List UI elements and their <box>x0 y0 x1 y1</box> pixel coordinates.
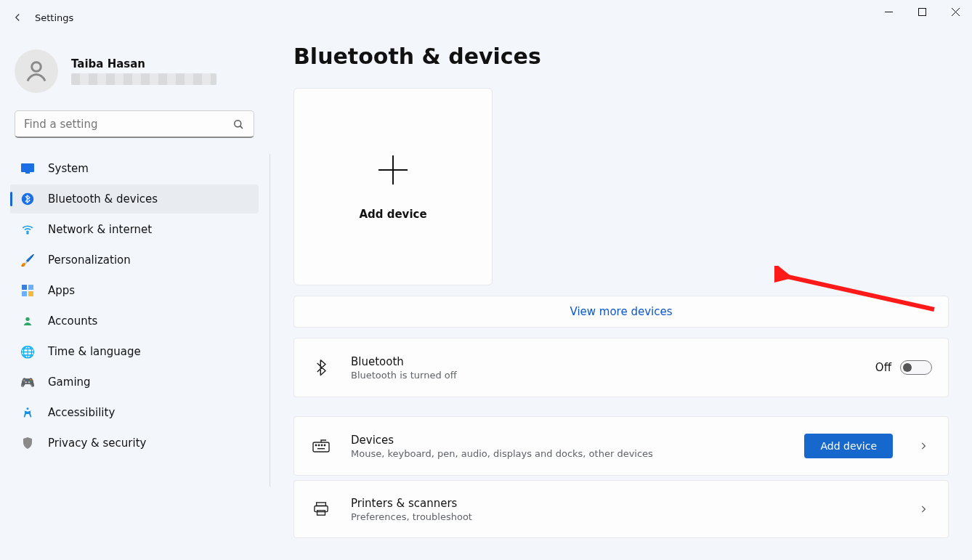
svg-rect-23 <box>317 448 325 449</box>
view-more-label: View more devices <box>570 305 672 318</box>
svg-rect-1 <box>918 8 926 15</box>
bluetooth-subtitle: Bluetooth is turned off <box>351 370 859 381</box>
keyboard-icon <box>310 439 332 453</box>
sidebar-item-privacy-security[interactable]: Privacy & security <box>10 429 259 458</box>
add-device-tile-label: Add device <box>359 208 426 221</box>
back-button[interactable] <box>0 0 35 35</box>
sidebar-item-label: Accounts <box>48 315 97 328</box>
person-icon <box>23 58 49 84</box>
plus-icon <box>376 153 410 187</box>
add-device-button[interactable]: Add device <box>804 434 893 458</box>
close-icon <box>952 8 960 16</box>
titlebar: Settings <box>0 0 972 35</box>
svg-point-3 <box>235 120 241 126</box>
svg-point-19 <box>315 445 316 445</box>
chevron-right-icon <box>918 441 928 451</box>
sidebar-item-accounts[interactable]: Accounts <box>10 307 259 336</box>
svg-rect-12 <box>28 291 33 296</box>
sidebar-item-label: Personalization <box>48 253 131 267</box>
svg-point-14 <box>27 407 29 410</box>
devices-text: Devices Mouse, keyboard, pen, audio, dis… <box>348 434 788 459</box>
printers-text: Printers & scanners Preferences, trouble… <box>348 497 893 522</box>
sidebar-item-label: Apps <box>48 284 75 297</box>
accessibility-icon <box>20 405 35 420</box>
nav-list: System Bluetooth & devices Network & int… <box>0 154 269 458</box>
devices-subtitle: Mouse, keyboard, pen, audio, displays an… <box>351 448 788 459</box>
printers-title: Printers & scanners <box>351 497 893 510</box>
sidebar-item-label: System <box>48 162 89 175</box>
close-button[interactable] <box>939 0 972 23</box>
apps-icon <box>20 283 35 298</box>
profile-text: Taiba Hasan <box>71 57 216 85</box>
svg-rect-10 <box>28 285 33 290</box>
person-icon <box>20 314 35 328</box>
devices-expand[interactable] <box>915 441 932 451</box>
wifi-icon <box>20 222 35 237</box>
sidebar-item-apps[interactable]: Apps <box>10 276 259 305</box>
profile-name: Taiba Hasan <box>71 57 216 70</box>
sidebar-item-label: Network & internet <box>48 223 152 236</box>
bluetooth-text: Bluetooth Bluetooth is turned off <box>348 355 859 381</box>
globe-clock-icon: 🌐 <box>20 344 35 359</box>
svg-line-4 <box>240 126 243 128</box>
svg-rect-18 <box>313 442 329 452</box>
bluetooth-icon <box>310 358 332 377</box>
sidebar-item-label: Bluetooth & devices <box>48 192 158 206</box>
bluetooth-toggle[interactable] <box>900 360 932 375</box>
svg-point-2 <box>32 62 41 72</box>
add-device-tile[interactable]: Add device <box>293 88 493 285</box>
sidebar-item-gaming[interactable]: 🎮 Gaming <box>10 368 259 397</box>
maximize-button[interactable] <box>905 0 939 23</box>
gamepad-icon: 🎮 <box>20 375 35 389</box>
bluetooth-row: Bluetooth Bluetooth is turned off Off <box>293 338 949 397</box>
sidebar-item-label: Privacy & security <box>48 437 146 450</box>
printers-subtitle: Preferences, troubleshoot <box>351 511 893 522</box>
svg-point-13 <box>25 317 29 321</box>
sidebar-item-personalization[interactable]: 🖌️ Personalization <box>10 245 259 275</box>
printers-expand[interactable] <box>915 504 932 514</box>
monitor-icon <box>20 161 35 176</box>
sidebar: Taiba Hasan System Bluetooth & devices <box>0 35 269 560</box>
search-box[interactable] <box>15 110 254 138</box>
view-more-devices-link[interactable]: View more devices <box>293 296 949 328</box>
nav-divider <box>270 154 270 487</box>
devices-row[interactable]: Devices Mouse, keyboard, pen, audio, dis… <box>293 416 949 476</box>
svg-rect-6 <box>25 172 30 174</box>
svg-rect-26 <box>317 511 325 515</box>
minimize-icon <box>885 8 893 16</box>
sidebar-item-system[interactable]: System <box>10 154 259 183</box>
printer-icon <box>310 502 332 516</box>
content-area: Bluetooth & devices Add device View more… <box>293 44 955 560</box>
svg-point-21 <box>321 445 322 445</box>
avatar <box>15 49 58 93</box>
sidebar-item-time-language[interactable]: 🌐 Time & language <box>10 337 259 366</box>
toggle-knob <box>903 363 912 372</box>
sidebar-item-network[interactable]: Network & internet <box>10 215 259 244</box>
bluetooth-icon <box>20 192 35 206</box>
sidebar-item-accessibility[interactable]: Accessibility <box>10 398 259 427</box>
arrow-left-icon <box>11 11 24 24</box>
maximize-icon <box>918 8 926 16</box>
svg-rect-11 <box>22 291 27 296</box>
brush-icon: 🖌️ <box>20 253 35 267</box>
search-input[interactable] <box>24 118 232 131</box>
sidebar-item-label: Time & language <box>48 345 141 358</box>
svg-point-22 <box>324 445 325 445</box>
minimize-button[interactable] <box>872 0 905 23</box>
bluetooth-toggle-label: Off <box>875 361 891 374</box>
page-title: Bluetooth & devices <box>293 44 955 69</box>
profile-email-redacted <box>71 73 216 85</box>
printers-row[interactable]: Printers & scanners Preferences, trouble… <box>293 480 949 538</box>
devices-title: Devices <box>351 434 788 447</box>
svg-point-7 <box>22 193 34 206</box>
window-controls <box>872 0 972 23</box>
svg-point-8 <box>27 232 28 234</box>
bluetooth-title: Bluetooth <box>351 355 859 368</box>
profile-block[interactable]: Taiba Hasan <box>0 49 269 110</box>
sidebar-item-bluetooth-devices[interactable]: Bluetooth & devices <box>10 184 259 214</box>
svg-rect-9 <box>22 285 27 290</box>
shield-icon <box>20 436 35 450</box>
svg-rect-24 <box>317 503 326 506</box>
search-icon <box>232 118 245 131</box>
app-title: Settings <box>35 12 73 23</box>
